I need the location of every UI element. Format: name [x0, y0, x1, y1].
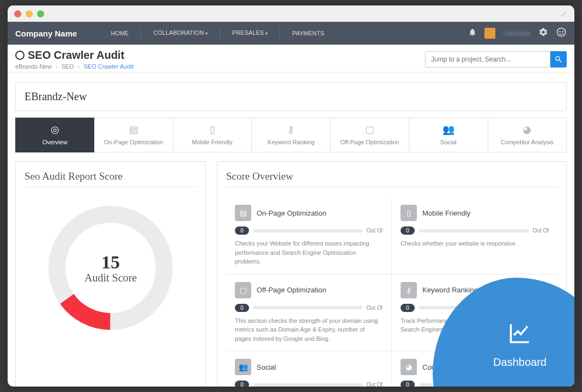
tab-label: Social	[440, 139, 457, 145]
search-icon	[554, 55, 563, 64]
card-title: Mobile Friendly	[422, 209, 470, 217]
card-title: Off-Page Optimization	[257, 286, 326, 294]
key-icon: ⚷	[252, 124, 330, 134]
content: Seo Audit Report Score 15 Audit Score Sc…	[15, 161, 567, 387]
outof-label: Out Of	[367, 228, 383, 234]
tab-offpage[interactable]: ▢ Off-Page Optimization	[331, 118, 409, 152]
topbar: Company Name HOME COLLABORATION▾ PRESALE…	[8, 22, 574, 45]
main-nav: HOME COLLABORATION▾ PRESALES▾ PAYMENTS	[99, 28, 336, 39]
outof-label: Out Of 10	[525, 305, 549, 311]
mobile-icon: ▯	[401, 205, 417, 221]
page-icon: ▢	[235, 282, 251, 298]
tab-label: On-Page Optimization	[104, 139, 163, 145]
score-pill: 0	[235, 226, 249, 235]
breadcrumb: eBrandz-New › SEO › SEO Crawler Audit	[15, 63, 134, 70]
expand-icon[interactable]: ⤢	[560, 10, 567, 19]
tab-label: Off-Page Optimization	[340, 139, 399, 145]
tab-competitor[interactable]: ◕ Competitor Analysis	[488, 118, 567, 152]
bell-icon[interactable]	[468, 28, 477, 39]
progress-bar	[419, 229, 529, 232]
users-icon: 👥	[235, 359, 251, 375]
target-icon: ◎	[16, 124, 94, 134]
progress-bar	[253, 229, 362, 232]
outof-label: Out Of	[367, 382, 383, 387]
card-title: Competitor Analysis	[422, 363, 485, 371]
nav-collaboration[interactable]: COLLABORATION▾	[141, 28, 220, 39]
tab-label: Keyword Ranking	[268, 139, 314, 145]
breadcrumb-item-project[interactable]: eBrandz-New	[15, 63, 52, 70]
panel-audit-score: Seo Audit Report Score 15 Audit Score	[15, 161, 206, 387]
nav-presales[interactable]: PRESALES▾	[220, 28, 280, 39]
card-mobile: ▯ Mobile Friendly 0 Out Of Checks whethe…	[392, 197, 557, 274]
pie-icon: ◕	[488, 124, 566, 134]
breadcrumb-item-current: SEO Crawler Audit	[83, 63, 134, 70]
donut-chart: 15 Audit Score	[40, 197, 181, 339]
panel-score-overview: Score Overview ▤ On-Page Optimization 0 …	[217, 161, 567, 387]
page-title: SEO Crawler Audit	[15, 49, 134, 62]
breadcrumb-sep: ›	[78, 63, 80, 70]
card-desc: Checks whether your website is responsiv…	[401, 239, 549, 248]
score-pill: 0	[235, 381, 249, 387]
svg-point-1	[559, 31, 561, 33]
nav-home[interactable]: HOME	[99, 28, 141, 38]
outof-label: Out Of	[367, 305, 383, 311]
avatar[interactable]	[484, 28, 495, 39]
card-desc: This section checks the strength of your…	[235, 316, 383, 344]
support-icon[interactable]	[556, 27, 567, 40]
key-icon: ⚷	[401, 282, 417, 298]
tab-onpage[interactable]: ▤ On-Page Optimization	[94, 118, 173, 152]
users-icon: 👥	[409, 124, 487, 134]
card-desc: Track Performance of Targeted Keywords i…	[401, 316, 549, 334]
tab-mobile[interactable]: ▯ Mobile Friendly	[173, 118, 252, 152]
breadcrumb-sep: ›	[56, 63, 58, 70]
search-wrap	[425, 51, 567, 68]
page-header: SEO Crawler Audit eBrandz-New › SEO › SE…	[8, 45, 574, 72]
score-pill: 0	[401, 226, 415, 235]
audit-score-value: 15	[84, 252, 137, 273]
nav-collaboration-label: COLLABORATION	[153, 29, 204, 36]
window-close-dot[interactable]	[14, 10, 21, 17]
window-titlebar: ⤢	[8, 5, 574, 22]
score-pill: 0	[401, 304, 415, 312]
cards-grid: ▤ On-Page Optimization 0 Out Of Checks y…	[226, 197, 557, 387]
page-icon: ▢	[331, 124, 409, 134]
outof-label: Out Of	[533, 228, 549, 234]
card-offpage: ▢ Off-Page Optimization 0 Out Of This se…	[226, 274, 392, 352]
chevron-down-icon: ▾	[205, 31, 208, 36]
score-overview-title: Score Overview	[226, 170, 557, 187]
card-title: Social	[257, 363, 276, 371]
card-competitor: ◕ Competitor Analysis 0 Out Of Analysis …	[392, 351, 557, 387]
gear-icon[interactable]	[538, 27, 548, 39]
card-desc: Checks your Website for different issues…	[235, 239, 383, 266]
mobile-icon: ▯	[173, 124, 251, 134]
file-icon: ▤	[235, 205, 251, 221]
project-name: EBrandz-New	[15, 82, 567, 111]
breadcrumb-item-seo[interactable]: SEO	[61, 63, 74, 70]
pie-icon: ◕	[401, 359, 417, 375]
tabs: ◎ Overview ▤ On-Page Optimization ▯ Mobi…	[15, 118, 567, 152]
card-title: On-Page Optimization	[257, 209, 326, 217]
tab-label: Overview	[43, 139, 68, 145]
circle-icon	[15, 51, 25, 60]
page-title-text: SEO Crawler Audit	[28, 49, 124, 62]
audit-score-title: Seo Audit Report Score	[25, 170, 197, 187]
username: Username	[503, 30, 531, 36]
app-window: ⤢ Company Name HOME COLLABORATION▾ PRESA…	[8, 5, 574, 387]
window-minimize-dot[interactable]	[26, 10, 33, 17]
tab-social[interactable]: 👥 Social	[409, 118, 488, 152]
search-input[interactable]	[425, 51, 550, 68]
tab-label: Competitor Analysis	[501, 139, 554, 145]
chevron-down-icon: ▾	[265, 31, 268, 36]
tab-overview[interactable]: ◎ Overview	[15, 118, 94, 152]
window-zoom-dot[interactable]	[37, 10, 44, 17]
audit-score-label: Audit Score	[84, 272, 137, 284]
tab-keyword[interactable]: ⚷ Keyword Ranking	[252, 118, 330, 152]
progress-bar	[253, 306, 362, 309]
nav-payments[interactable]: PAYMENTS	[280, 28, 336, 38]
score-pill: 0	[401, 381, 415, 387]
search-button[interactable]	[550, 51, 567, 68]
score-pill: 0	[235, 304, 249, 312]
progress-bar	[419, 306, 521, 309]
nav-presales-label: PRESALES	[232, 29, 264, 36]
file-icon: ▤	[94, 124, 172, 134]
